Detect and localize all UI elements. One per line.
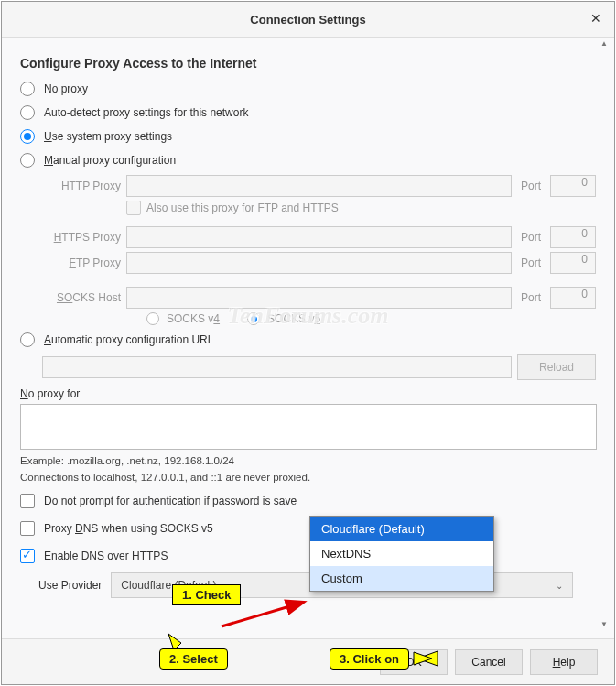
svg-line-1 <box>222 603 302 626</box>
section-heading: Configure Proxy Access to the Internet <box>20 56 596 71</box>
socks-port-input[interactable]: 0 <box>550 287 596 309</box>
http-proxy-input[interactable] <box>126 175 512 197</box>
callout-1-check: 1. Check <box>172 584 241 605</box>
ftp-port-label: Port <box>517 256 545 269</box>
socks-host-input[interactable] <box>126 287 512 309</box>
dialog-title: Connection Settings <box>250 13 365 27</box>
close-icon[interactable]: ✕ <box>590 11 601 26</box>
auto-config-url-input[interactable] <box>42 356 512 378</box>
radio-socks-v4[interactable] <box>146 312 159 325</box>
checkbox-enable-doh[interactable] <box>20 549 35 563</box>
content-area: ▲ ▼ Configure Proxy Access to the Intern… <box>2 38 614 631</box>
https-proxy-input[interactable] <box>126 226 512 248</box>
arrow-icon-callout3 <box>405 648 441 670</box>
scroll-up-icon[interactable]: ▲ <box>598 38 611 50</box>
checkbox-no-prompt-auth[interactable] <box>20 494 35 508</box>
provider-label: Use Provider <box>38 579 102 592</box>
ftp-proxy-label: FTP Proxy <box>38 256 121 269</box>
provider-dropdown: Cloudflare (Default) NextDNS Custom <box>309 516 494 592</box>
http-port-label: Port <box>517 180 545 192</box>
checkbox-also-proxy-label: Also use this proxy for FTP and HTTPS <box>146 201 339 214</box>
scrollbar[interactable]: ▲ ▼ <box>598 38 611 631</box>
cancel-button[interactable]: Cancel <box>455 649 523 675</box>
http-port-input[interactable]: 0 <box>550 175 596 197</box>
checkbox-proxy-dns-socks5-label: Proxy DNS when using SOCKS v5 <box>44 522 213 535</box>
checkbox-no-prompt-auth-label: Do not prompt for authentication if pass… <box>44 495 297 507</box>
radio-socks-v4-label: SOCKS v4 <box>167 312 220 325</box>
ftp-port-input[interactable]: 0 <box>550 252 596 274</box>
checkbox-enable-doh-label: Enable DNS over HTTPS <box>44 550 168 562</box>
dialog-footer: OK Cancel Help <box>2 638 614 684</box>
radio-no-proxy[interactable] <box>20 82 35 96</box>
radio-system-proxy[interactable] <box>20 129 35 144</box>
radio-socks-v5[interactable] <box>247 312 260 325</box>
socks-host-label: SOCKS Host <box>38 291 121 304</box>
localhost-note: Connections to localhost, 127.0.0.1, and… <box>20 472 596 483</box>
no-proxy-for-input[interactable] <box>20 404 597 450</box>
checkbox-proxy-dns-socks5[interactable] <box>20 521 35 536</box>
radio-auto-config-url[interactable] <box>20 332 35 347</box>
radio-no-proxy-label: No proxy <box>44 82 88 95</box>
https-port-input[interactable]: 0 <box>550 226 596 248</box>
radio-auto-detect-label: Auto-detect proxy settings for this netw… <box>44 106 248 119</box>
callout-2-select: 2. Select <box>159 648 228 670</box>
reload-button[interactable]: Reload <box>517 354 596 380</box>
scroll-down-icon[interactable]: ▼ <box>598 618 611 631</box>
provider-option-custom[interactable]: Custom <box>310 566 493 591</box>
https-proxy-label: HTTPS Proxy <box>38 231 121 244</box>
http-proxy-label: HTTP Proxy <box>38 180 121 192</box>
help-button[interactable]: Help <box>530 649 598 675</box>
socks-port-label: Port <box>517 291 545 304</box>
titlebar: Connection Settings ✕ <box>2 2 614 37</box>
radio-manual-proxy[interactable] <box>20 153 35 168</box>
radio-auto-config-url-label: Automatic proxy configuration URL <box>44 333 213 346</box>
provider-option-nextdns[interactable]: NextDNS <box>310 541 493 566</box>
https-port-label: Port <box>517 231 545 244</box>
checkbox-also-proxy[interactable] <box>126 201 141 215</box>
radio-socks-v5-label: SOCKS v5 <box>267 312 320 325</box>
radio-system-proxy-label: Use system proxy settings <box>44 130 172 143</box>
radio-manual-proxy-label: Manual proxy configuration <box>44 154 176 167</box>
no-proxy-for-label: No proxy for <box>20 387 596 400</box>
ftp-proxy-input[interactable] <box>126 252 512 274</box>
chevron-down-icon: ⌄ <box>556 581 563 591</box>
provider-option-cloudflare[interactable]: Cloudflare (Default) <box>310 517 493 541</box>
callout-3-click-on: 3. Click on <box>330 648 409 670</box>
no-proxy-example: Example: .mozilla.org, .net.nz, 192.168.… <box>20 455 596 466</box>
radio-auto-detect[interactable] <box>20 105 35 120</box>
